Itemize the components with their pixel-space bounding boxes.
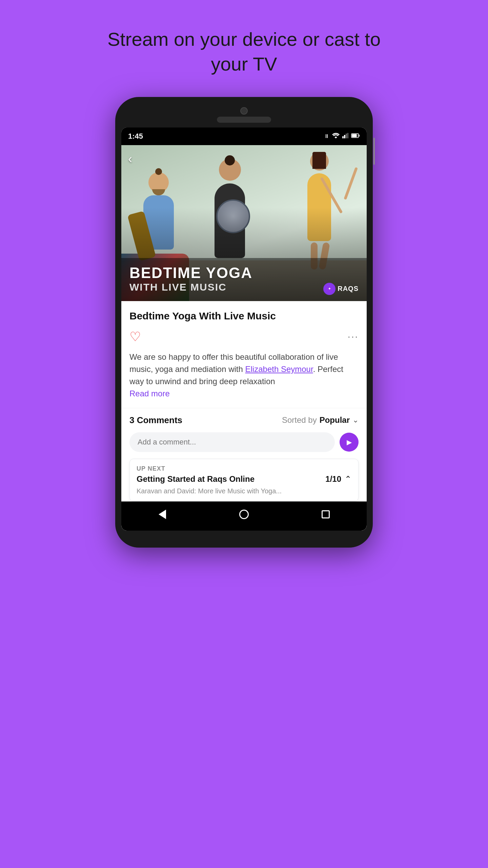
phone-screen: 1:45 ⏸ — [121, 127, 367, 531]
send-comment-button[interactable]: ▶ — [340, 433, 359, 452]
recent-nav-icon — [322, 510, 330, 518]
video-main-title: Bedtime Yoga With Live Music — [129, 309, 359, 322]
heart-button[interactable]: ♡ — [129, 329, 141, 344]
svg-rect-5 — [352, 134, 357, 137]
svg-rect-6 — [359, 135, 360, 137]
sort-by-dropdown[interactable]: Sorted by Popular ⌄ — [282, 415, 359, 425]
description-text: We are so happy to offer this beautiful … — [129, 351, 359, 388]
comment-input-row: ▶ — [129, 432, 359, 452]
scroll-indicator — [373, 138, 375, 165]
phone-speaker — [217, 117, 271, 123]
raqs-logo-text: RAQS — [338, 285, 359, 293]
actions-row: ♡ ··· — [129, 329, 359, 344]
raqs-logo: ✦ RAQS — [323, 283, 359, 295]
status-icons: ⏸ — [324, 133, 360, 140]
comments-count: 3 Comments — [129, 415, 182, 426]
back-button[interactable]: ‹ — [128, 152, 132, 166]
signal-icon — [342, 133, 348, 140]
battery-icon — [351, 133, 360, 139]
home-nav-icon — [239, 510, 249, 519]
video-thumbnail: ‹ BEDTIME YOGA WITH LIVE MUSIC ✦ RAQS — [121, 145, 367, 301]
chevron-up-icon: ⌃ — [345, 474, 351, 484]
status-time: 1:45 — [128, 132, 143, 141]
read-more-button[interactable]: Read more — [129, 389, 359, 398]
bottom-navigation — [121, 501, 367, 531]
divider — [121, 408, 367, 408]
up-next-label: UP NEXT — [137, 465, 351, 472]
svg-rect-1 — [344, 135, 345, 138]
content-area: Bedtime Yoga With Live Music ♡ ··· We ar… — [121, 301, 367, 501]
wifi-icon — [332, 133, 340, 140]
comments-section-header: 3 Comments Sorted by Popular ⌄ — [129, 415, 359, 426]
status-bar: 1:45 ⏸ — [121, 127, 367, 145]
nav-recent-button[interactable] — [316, 508, 336, 521]
media-icon: ⏸ — [324, 133, 329, 139]
sort-label: Sorted by — [282, 415, 317, 425]
sort-value: Popular — [320, 415, 350, 425]
phone-camera — [240, 107, 248, 115]
video-title-line1: BEDTIME YOGA — [129, 265, 359, 281]
up-next-counter: 1/10 ⌃ — [325, 474, 351, 484]
comment-input[interactable] — [129, 432, 335, 452]
raqs-logo-circle: ✦ — [323, 283, 336, 295]
svg-rect-0 — [342, 136, 344, 138]
elizabeth-seymour-link[interactable]: Elizabeth Seymour — [245, 364, 313, 374]
up-next-row: Getting Started at Raqs Online 1/10 ⌃ — [137, 474, 351, 484]
next-item-preview: Karavan and David: More live Music with … — [137, 487, 351, 495]
up-next-card[interactable]: UP NEXT Getting Started at Raqs Online 1… — [129, 459, 359, 501]
more-options-button[interactable]: ··· — [347, 330, 359, 343]
page-tagline: Stream on your device or cast to your TV — [92, 27, 396, 77]
svg-rect-3 — [347, 133, 348, 138]
up-next-title: Getting Started at Raqs Online — [137, 474, 325, 484]
send-icon: ▶ — [347, 438, 352, 446]
back-nav-icon — [159, 510, 166, 519]
counter-text: 1/10 — [325, 474, 341, 484]
nav-home-button[interactable] — [234, 508, 254, 521]
svg-rect-2 — [346, 134, 347, 138]
phone-frame: 1:45 ⏸ — [115, 97, 373, 548]
chevron-down-icon: ⌄ — [352, 416, 359, 425]
nav-back-button[interactable] — [152, 508, 172, 521]
